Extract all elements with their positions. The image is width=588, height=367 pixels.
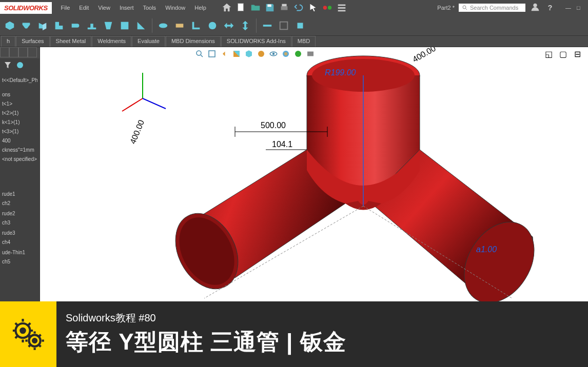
select-icon[interactable]: [307, 2, 319, 14]
tree-item[interactable]: t<2>(1): [2, 109, 37, 118]
tree-item[interactable]: t<3>(1): [2, 127, 37, 136]
filter-icon[interactable]: [3, 60, 12, 70]
tree-config[interactable]: t<<Default>_PhotoWo...: [2, 76, 37, 85]
svg-point-27: [283, 51, 289, 57]
user-icon[interactable]: [530, 2, 541, 14]
svg-point-20: [17, 62, 23, 68]
ribbon-edge-icon[interactable]: [35, 18, 50, 33]
tree-tab-icon[interactable]: [0, 47, 9, 57]
ribbon-jog-icon[interactable]: [84, 18, 100, 33]
dimension-400: 400.00: [411, 47, 437, 64]
tree-item[interactable]: <not specified>: [2, 155, 37, 164]
svg-text:?: ?: [548, 4, 553, 12]
zoom-area-icon[interactable]: [206, 48, 218, 59]
rebuild-icon[interactable]: [321, 2, 334, 14]
ribbon-sketched-icon[interactable]: [101, 18, 116, 33]
prev-view-icon[interactable]: [219, 48, 230, 59]
tree-item[interactable]: k<1>(1): [2, 118, 37, 127]
search-placeholder: Search Commands: [470, 5, 518, 11]
gears-icon: [10, 316, 46, 352]
section-icon[interactable]: [231, 48, 242, 59]
ribbon-cross-icon[interactable]: [117, 18, 132, 33]
tab-evaluate[interactable]: Evaluate: [132, 36, 165, 47]
tree-feature[interactable]: ch2: [2, 199, 37, 208]
ribbon-baseflange-icon[interactable]: [2, 18, 17, 33]
tree-item[interactable]: 400: [2, 136, 37, 146]
corner-icon[interactable]: ⊟: [572, 48, 583, 59]
menu-insert[interactable]: Insert: [115, 3, 138, 13]
ribbon-insert-icon[interactable]: [292, 18, 308, 33]
undo-icon[interactable]: [292, 2, 305, 14]
tab-weldments[interactable]: Weldments: [92, 36, 131, 47]
tab-surfaces[interactable]: Surfaces: [16, 36, 49, 47]
tree-item[interactable]: ons: [2, 90, 37, 99]
view-heads-up-toolbar: [194, 48, 316, 59]
maximize-button[interactable]: □: [577, 5, 583, 11]
tree-feature[interactable]: rude3: [2, 229, 37, 238]
tree-feature[interactable]: ude-Thin1: [2, 248, 37, 257]
new-icon[interactable]: [235, 2, 247, 14]
tab-mbd-dims[interactable]: MBD Dimensions: [166, 36, 221, 47]
menu-edit[interactable]: Edit: [75, 3, 93, 13]
ribbon-forming-icon[interactable]: [155, 18, 171, 33]
scene-icon[interactable]: [292, 48, 304, 59]
help-icon[interactable]: ?: [545, 2, 556, 14]
appearance-icon[interactable]: [280, 48, 291, 59]
menu-window[interactable]: Window: [161, 3, 189, 13]
zoom-fit-icon[interactable]: [194, 48, 205, 59]
menu-file[interactable]: File: [57, 3, 74, 13]
ribbon-corner-icon[interactable]: [188, 18, 204, 33]
app-logo: SOLIDWORKS: [0, 2, 52, 14]
dim-tab-icon[interactable]: [28, 47, 37, 57]
home-icon[interactable]: [221, 2, 233, 14]
open-icon[interactable]: [249, 2, 262, 14]
video-title: 等径 Y型圆柱 三通管 | 钣金: [66, 327, 346, 357]
tree-feature[interactable]: ch4: [2, 238, 37, 247]
tree-item[interactable]: t<1>: [2, 99, 37, 109]
ribbon-hem-icon[interactable]: [68, 18, 83, 33]
display-style-icon[interactable]: [256, 48, 267, 59]
feature-tree-panel: t<<Default>_PhotoWo... ons t<1> t<2>(1) …: [0, 47, 40, 301]
menu-view[interactable]: View: [94, 3, 114, 13]
model-rendering: 500.00 104.1 R199.00 400.00 a1.00 400.00: [40, 47, 588, 301]
view-orient-icon[interactable]: [243, 48, 254, 59]
search-input[interactable]: Search Commands: [459, 4, 525, 12]
corner-icon[interactable]: ◱: [543, 48, 554, 59]
ribbon-miter-icon[interactable]: [51, 18, 67, 33]
menu-tools[interactable]: Tools: [139, 3, 160, 13]
tab-mbd[interactable]: MBD: [292, 36, 316, 47]
menu-help[interactable]: Help: [190, 3, 210, 13]
ribbon-cut-icon[interactable]: [172, 18, 187, 33]
tab-sheetmetal[interactable]: Sheet Metal: [50, 36, 92, 47]
ribbon-flatten-icon[interactable]: [260, 18, 275, 33]
workspace: t<<Default>_PhotoWo... ons t<1> t<2>(1) …: [0, 47, 588, 301]
minimize-button[interactable]: —: [565, 5, 572, 11]
tab-addins[interactable]: SOLIDWORKS Add-Ins: [221, 36, 291, 47]
ribbon-vent-icon[interactable]: [205, 18, 220, 33]
tab-features[interactable]: h: [1, 36, 15, 47]
title-bar: SOLIDWORKS File Edit View Insert Tools W…: [0, 0, 588, 15]
tree-feature[interactable]: rude2: [2, 209, 37, 218]
tree-feature[interactable]: ch3: [2, 218, 37, 228]
save-icon[interactable]: [264, 2, 276, 14]
tree-feature[interactable]: ch5: [2, 257, 37, 267]
render-icon[interactable]: [305, 48, 316, 59]
print-icon[interactable]: [278, 2, 290, 14]
svg-rect-29: [307, 52, 313, 56]
options-icon[interactable]: [336, 2, 348, 14]
ribbon-noconvert-icon[interactable]: [276, 18, 291, 33]
tree-feature[interactable]: rude1: [2, 190, 37, 199]
3d-viewport[interactable]: ◱ ▢ ⊟: [40, 47, 588, 301]
ribbon-corners-icon[interactable]: [133, 18, 149, 33]
svg-point-28: [295, 51, 301, 57]
display-icon[interactable]: [15, 60, 25, 70]
property-tab-icon[interactable]: [9, 47, 18, 57]
ribbon-unfold-icon[interactable]: [221, 18, 237, 33]
ribbon-fold-icon[interactable]: [238, 18, 253, 33]
hide-show-icon[interactable]: [268, 48, 279, 59]
tree-item[interactable]: ckness"=1mm: [2, 146, 37, 155]
config-tab-icon[interactable]: [18, 47, 28, 57]
corner-icon[interactable]: ▢: [557, 48, 569, 59]
side-tabs: [0, 47, 40, 58]
ribbon-lofted-icon[interactable]: [18, 18, 34, 33]
